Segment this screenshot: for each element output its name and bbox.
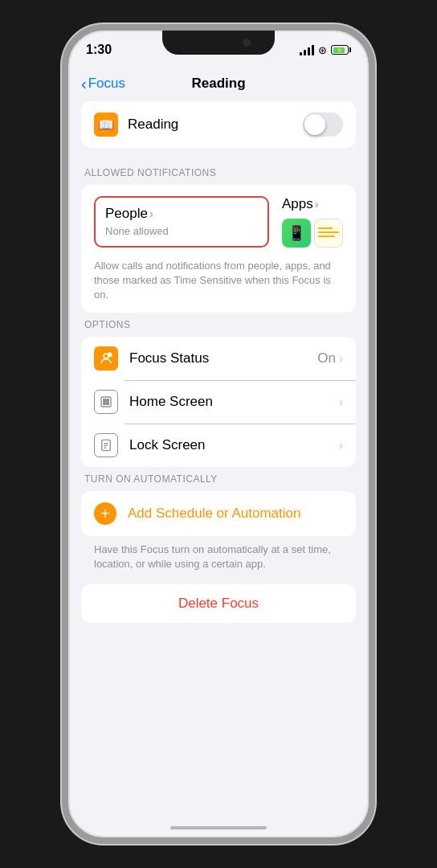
signal-icon [300,44,314,55]
options-header: OPTIONS [81,319,356,330]
lock-screen-right: › [339,438,343,452]
svg-rect-3 [104,399,106,401]
people-sublabel: None allowed [105,225,258,237]
svg-rect-5 [104,402,106,404]
add-schedule-row[interactable]: + Add Schedule or Automation [81,491,356,536]
phone-shell: 1:30 ⊛ ⚡ ‹ Focus Reading [62,24,375,844]
apps-section[interactable]: Apps › 📱 [282,196,343,248]
camera-dot [243,39,251,47]
lock-screen-chevron-icon: › [339,438,343,452]
people-section[interactable]: People › None allowed [94,196,269,248]
apps-chevron-icon: › [315,198,319,211]
auto-header: TURN ON AUTOMATICALLY [81,473,356,485]
page-title: Reading [191,76,245,92]
home-screen-right: › [339,395,343,408]
toggle-knob [304,114,325,135]
app-icons-row: 📱 [282,219,343,248]
delete-focus-card: Delete Focus [81,584,356,623]
delete-focus-row[interactable]: Delete Focus [81,584,356,623]
back-label: Focus [88,76,125,92]
lock-screen-row[interactable]: Lock Screen › [81,424,356,467]
chevron-left-icon: ‹ [81,76,87,92]
auto-hint: Have this Focus turn on automatically at… [81,542,356,584]
focus-status-row[interactable]: Focus Status On › [81,337,356,380]
content-area: 📖 Reading ALLOWED NOTIFICATIONS People ›… [68,101,369,837]
notch [162,31,275,55]
apps-title: Apps › [282,196,318,212]
notes-app-icon [314,219,343,248]
battery-icon: ⚡ [331,45,351,55]
reading-toggle-card: 📖 Reading [81,101,356,148]
allowed-notifications-header: ALLOWED NOTIFICATIONS [81,167,356,178]
notifications-hint: Allow calls and notifications from peopl… [81,259,356,313]
status-icons: ⊛ ⚡ [300,44,351,56]
allowed-notifications-card: People › None allowed Apps › 📱 [81,185,356,313]
svg-rect-6 [107,402,109,404]
home-indicator [170,826,267,829]
home-screen-label: Home Screen [129,394,328,410]
people-title: People › [105,206,258,222]
svg-point-1 [108,353,112,357]
home-screen-icon [94,390,118,414]
people-chevron-icon: › [149,207,153,220]
home-screen-chevron-icon: › [339,395,343,408]
phone-app-icon: 📱 [282,219,311,248]
svg-rect-2 [101,397,111,407]
home-screen-row[interactable]: Home Screen › [81,380,356,424]
plus-icon: + [94,502,116,525]
reading-icon: 📖 [94,113,118,137]
delete-focus-label: Delete Focus [178,596,259,612]
focus-status-label: Focus Status [129,350,306,366]
auto-card: + Add Schedule or Automation [81,491,356,536]
svg-rect-4 [107,399,109,401]
reading-toggle[interactable] [303,113,343,137]
focus-status-icon [94,346,118,371]
lock-screen-icon [94,433,118,457]
focus-status-right: On › [317,350,343,366]
add-schedule-label: Add Schedule or Automation [128,506,300,522]
reading-label: Reading [128,117,178,133]
back-button[interactable]: ‹ Focus [81,76,125,92]
lock-screen-label: Lock Screen [129,437,328,453]
focus-status-value: On [317,350,336,366]
focus-status-chevron-icon: › [339,351,343,365]
status-time: 1:30 [86,43,112,57]
nav-bar: ‹ Focus Reading [68,66,369,101]
options-card: Focus Status On › Home Scree [81,337,356,467]
wifi-icon: ⊛ [318,44,327,56]
